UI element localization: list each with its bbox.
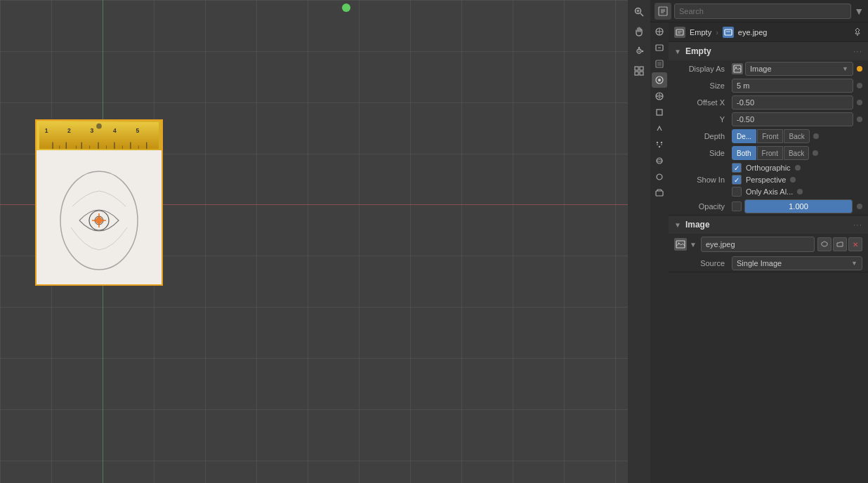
size-dot[interactable] (857, 83, 862, 88)
render-properties-icon[interactable] (652, 24, 667, 39)
display-as-dropdown[interactable]: Image ▼ (745, 62, 853, 76)
source-text: Single Image (737, 259, 782, 267)
image-section-header[interactable]: ▼ Image ··· (669, 216, 868, 234)
only-axis-checkbox[interactable] (732, 187, 742, 197)
depth-default-btn[interactable]: De... (732, 129, 756, 143)
svg-text:3: 3 (91, 127, 94, 134)
data-properties-icon[interactable] (652, 185, 667, 201)
ruler-strip: 1 2 3 4 5 (37, 121, 162, 150)
depth-dot[interactable] (813, 133, 819, 139)
orthographic-dot[interactable] (795, 165, 801, 171)
depth-back-btn[interactable]: Back (784, 129, 809, 143)
opacity-label: Opacity (680, 202, 729, 211)
image-action-icons: ✕ (817, 237, 862, 251)
svg-rect-38 (635, 67, 638, 70)
object-properties-icon[interactable] (652, 105, 667, 120)
side-value: Both Front Back (732, 146, 862, 160)
view-layer-properties-icon[interactable] (652, 56, 667, 72)
display-as-label: Display As (680, 65, 729, 73)
offset-y-row: Y -0.50 (669, 111, 868, 128)
opacity-bar[interactable]: 1.000 (744, 199, 853, 213)
only-axis-row: Only Axis Al... (732, 187, 803, 197)
perspective-label: Perspective (746, 176, 786, 184)
only-axis-dot[interactable] (797, 189, 803, 194)
grab-icon[interactable] (630, 22, 648, 41)
offset-x-dot[interactable] (857, 100, 862, 105)
svg-text:2: 2 (67, 127, 71, 134)
opacity-bar-container: 1.000 (744, 199, 853, 213)
image-dropdown-arrow[interactable]: ▼ (690, 241, 697, 249)
display-as-row: Display As Image ▼ (669, 60, 868, 77)
display-as-image-icon (732, 63, 743, 74)
image-remove-btn[interactable]: ✕ (848, 237, 862, 251)
breadcrumb: Empty › eye.jpeg (669, 22, 868, 42)
side-seg-ctrl: Both Front Back (732, 146, 809, 160)
properties-expand-icon[interactable]: ▼ (854, 6, 864, 17)
offset-x-input[interactable]: -0.50 (732, 95, 853, 110)
offset-y-text: -0.50 (737, 115, 754, 124)
side-dot[interactable] (813, 150, 818, 156)
offset-y-input[interactable]: -0.50 (732, 112, 853, 126)
particles-properties-icon[interactable] (652, 137, 667, 152)
properties-mode-icon[interactable] (655, 3, 671, 20)
source-value: Single Image ▼ (732, 256, 862, 270)
size-input[interactable]: 5 m (732, 79, 853, 93)
modifier-properties-icon[interactable] (652, 121, 667, 136)
scene-properties-icon[interactable] (652, 72, 667, 88)
svg-point-37 (642, 51, 643, 52)
orthographic-check-icon: ✓ (734, 164, 739, 172)
svg-point-36 (638, 47, 640, 48)
physics-properties-icon[interactable] (652, 153, 667, 168)
camera-view-icon[interactable] (630, 42, 648, 60)
side-back-btn[interactable]: Back (784, 146, 809, 160)
offset-x-value: -0.50 (732, 95, 862, 110)
breadcrumb-parent-name: Empty (690, 28, 711, 37)
display-as-arrow: ▼ (842, 65, 848, 72)
properties-search-input[interactable] (674, 4, 851, 19)
world-properties-icon[interactable] (652, 88, 667, 104)
status-dot (342, 4, 350, 12)
svg-point-58 (657, 142, 658, 143)
side-front-btn[interactable]: Front (757, 146, 783, 160)
svg-point-61 (657, 144, 658, 145)
show-in-value: ✓ Orthographic ✓ Perspective (732, 163, 862, 197)
side-both-btn[interactable]: Both (732, 146, 756, 160)
constraints-properties-icon[interactable] (652, 169, 667, 185)
image-name-input[interactable] (701, 237, 815, 252)
breadcrumb-child-name: eye.jpeg (738, 28, 768, 37)
only-axis-label: Only Axis Al... (746, 187, 793, 196)
display-as-dot[interactable] (857, 66, 862, 72)
depth-row: Depth De... Front Back (669, 128, 868, 145)
depth-value: De... Front Back (732, 129, 862, 143)
svg-text:4: 4 (113, 127, 117, 134)
side-row: Side Both Front Back (669, 145, 868, 161)
image-folder-btn[interactable] (833, 237, 847, 251)
orthographic-checkbox[interactable]: ✓ (732, 163, 742, 173)
svg-point-20 (96, 124, 102, 129)
breadcrumb-pin-icon[interactable] (853, 27, 862, 38)
perspective-checkbox[interactable]: ✓ (732, 175, 742, 185)
opacity-toggle[interactable] (732, 201, 742, 211)
size-text: 5 m (737, 81, 749, 90)
source-dropdown[interactable]: Single Image ▼ (732, 256, 862, 270)
output-properties-icon[interactable] (652, 40, 667, 55)
image-section-menu[interactable]: ··· (853, 220, 862, 230)
empty-section-title: Empty (685, 46, 849, 56)
sketch-drawing (37, 150, 162, 286)
empty-section-header[interactable]: ▼ Empty ··· (669, 42, 868, 60)
perspective-dot[interactable] (790, 177, 796, 183)
display-as-value: Image ▼ (732, 62, 862, 76)
overlay-icon[interactable] (630, 62, 648, 80)
svg-point-60 (659, 146, 660, 147)
depth-front-btn[interactable]: Front (757, 129, 783, 143)
offset-x-label: Offset X (680, 98, 729, 107)
opacity-row: Opacity 1.000 (669, 198, 868, 215)
viewport[interactable]: 1 2 3 4 5 (0, 0, 628, 483)
offset-y-dot[interactable] (857, 117, 862, 122)
image-shield-btn[interactable] (817, 237, 831, 251)
opacity-dot[interactable] (857, 204, 862, 209)
zoom-icon[interactable] (630, 3, 648, 21)
empty-section-menu[interactable]: ··· (853, 46, 862, 56)
source-row: Source Single Image ▼ (669, 255, 868, 272)
perspective-check-icon: ✓ (734, 176, 739, 184)
